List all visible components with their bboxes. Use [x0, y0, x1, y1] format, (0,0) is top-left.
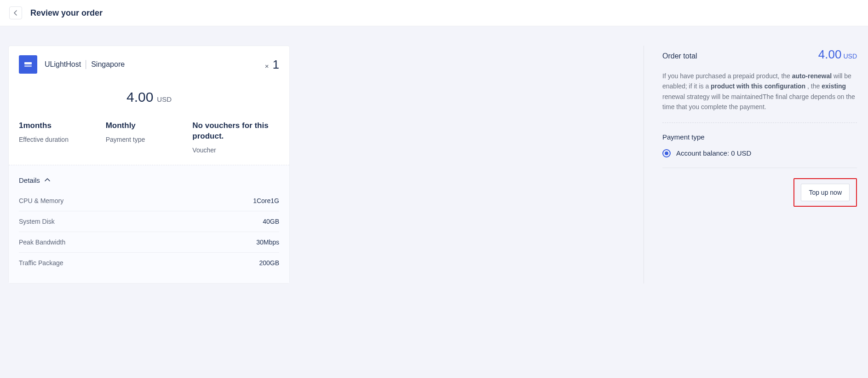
details-toggle-label: Details	[19, 176, 40, 184]
price-row: 4.00 USD	[19, 89, 279, 105]
spec-value: 1Core1G	[253, 197, 279, 204]
content-area: ULightHost│Singapore × 1 4.00 USD 1month…	[0, 26, 868, 302]
spec-label: Traffic Package	[19, 259, 63, 267]
product-icon	[19, 55, 37, 74]
product-separator: │	[84, 60, 88, 68]
quantity: × 1	[265, 58, 279, 72]
topup-area: Top up now	[662, 178, 857, 207]
chevron-up-icon	[45, 178, 50, 182]
order-total-value: 4.00USD	[818, 47, 857, 62]
payment-balance-label: Account balance: 0 USD	[676, 149, 751, 157]
order-total-currency: USD	[843, 52, 857, 60]
price-currency: USD	[157, 95, 172, 103]
spec-table: CPU & Memory 1Core1G System Disk 40GB Pe…	[19, 191, 279, 273]
spec-row: CPU & Memory 1Core1G	[19, 191, 279, 211]
payment-balance-radio[interactable]: Account balance: 0 USD	[662, 149, 857, 157]
order-total-label: Order total	[662, 52, 697, 60]
spec-label: System Disk	[19, 218, 55, 225]
divider-solid	[662, 168, 857, 168]
radio-icon	[662, 149, 671, 157]
details-toggle[interactable]: Details	[19, 174, 279, 191]
page-title: Review your order	[30, 8, 103, 18]
spec-label: Peak Bandwidth	[19, 238, 65, 246]
order-card: ULightHost│Singapore × 1 4.00 USD 1month…	[8, 46, 290, 284]
right-column: Order total 4.00USD If you have purchase…	[644, 46, 860, 284]
meta-grid: 1months Effective duration Monthly Payme…	[19, 121, 279, 154]
meta-duration: 1months Effective duration	[19, 121, 106, 154]
meta-voucher-label: Voucher	[192, 146, 279, 154]
quantity-times: ×	[265, 62, 269, 70]
spec-label: CPU & Memory	[19, 197, 63, 204]
meta-voucher: No vouchers for this product. Voucher	[192, 121, 279, 154]
spec-value: 30Mbps	[256, 238, 279, 246]
product-name: ULightHost│Singapore	[45, 60, 125, 69]
topup-button[interactable]: Top up now	[801, 184, 850, 201]
payment-type-heading: Payment type	[662, 133, 857, 141]
meta-payment-label: Payment type	[106, 136, 193, 143]
meta-payment: Monthly Payment type	[106, 121, 193, 154]
left-column: ULightHost│Singapore × 1 4.00 USD 1month…	[8, 46, 644, 284]
spec-value: 200GB	[259, 259, 279, 267]
meta-voucher-value: No vouchers for this product.	[192, 121, 279, 142]
notice-text-1: If you have purchased a prepaid product,…	[662, 72, 792, 80]
order-card-details: Details CPU & Memory 1Core1G System Disk…	[9, 165, 289, 283]
order-total-amount: 4.00	[818, 47, 842, 61]
notice-text-3: , the	[807, 82, 822, 90]
product-region: Singapore	[91, 60, 125, 68]
svg-rect-1	[24, 65, 32, 67]
back-button[interactable]	[9, 6, 22, 19]
spec-row: Peak Bandwidth 30Mbps	[19, 232, 279, 253]
server-icon	[23, 60, 33, 69]
notice-bold-1: auto-renewal	[792, 72, 832, 80]
chevron-left-icon	[13, 10, 18, 16]
topup-highlight: Top up now	[793, 178, 857, 207]
renewal-notice: If you have purchased a prepaid product,…	[662, 71, 857, 112]
price-amount: 4.00	[126, 89, 153, 105]
spec-row: System Disk 40GB	[19, 211, 279, 232]
spec-value: 40GB	[263, 218, 279, 225]
product-row: ULightHost│Singapore × 1	[19, 55, 279, 74]
order-total-row: Order total 4.00USD	[662, 47, 857, 62]
notice-bold-2: product with this configuration	[711, 82, 805, 90]
spec-row: Traffic Package 200GB	[19, 253, 279, 273]
quantity-value: 1	[273, 58, 279, 72]
notice-bold-3: existing	[822, 82, 846, 90]
meta-duration-label: Effective duration	[19, 136, 106, 143]
notice-text-4: renewal strategy will be maintainedThe f…	[662, 93, 855, 110]
order-card-top: ULightHost│Singapore × 1 4.00 USD 1month…	[9, 46, 289, 165]
top-bar: Review your order	[0, 0, 868, 26]
product-name-text: ULightHost	[45, 60, 81, 68]
meta-payment-value: Monthly	[106, 121, 193, 131]
divider-dashed	[662, 122, 857, 123]
meta-duration-value: 1months	[19, 121, 106, 131]
svg-rect-0	[24, 62, 32, 64]
